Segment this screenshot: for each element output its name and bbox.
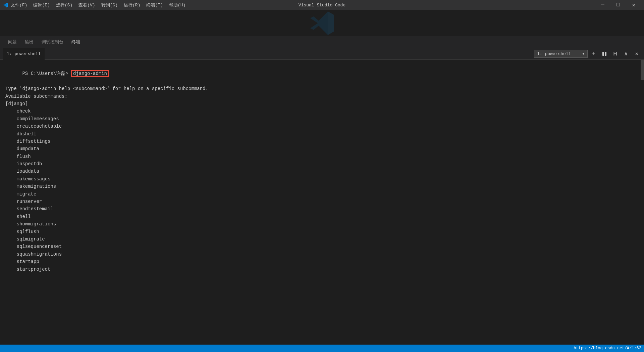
terminal-output-line-6: check bbox=[5, 107, 639, 115]
terminal-output-line-16: makemigrations bbox=[5, 183, 639, 190]
terminal-output-line-18: runserver bbox=[5, 198, 639, 205]
terminal-add-button[interactable]: + bbox=[589, 50, 598, 58]
minimize-button[interactable]: ─ bbox=[595, 0, 610, 10]
terminal-output-line-24: sqlsequencereset bbox=[5, 243, 639, 250]
terminal-output-line-19: sendtestemail bbox=[5, 205, 639, 213]
tab-output[interactable]: 输出 bbox=[21, 36, 38, 48]
terminal-delete-button[interactable] bbox=[610, 50, 620, 58]
menu-view[interactable]: 查看(V) bbox=[76, 0, 98, 10]
terminal-scrollbar-thumb[interactable] bbox=[641, 60, 644, 80]
terminal-container: 1: powershell 1: powershell ▾ + ∧ ✕ PS C… bbox=[0, 48, 644, 352]
menu-edit[interactable]: 编辑(E) bbox=[31, 0, 52, 10]
menu-goto[interactable]: 转到(G) bbox=[99, 0, 120, 10]
status-bar: https://blog.csdn.net/A/1:62 bbox=[0, 345, 644, 352]
terminal-output-line-23: sqlmigrate bbox=[5, 235, 639, 243]
terminal-output-line-15: makemessages bbox=[5, 175, 639, 183]
svg-rect-1 bbox=[605, 52, 606, 56]
terminal-split-button[interactable] bbox=[600, 50, 609, 58]
terminal-prompt-line: PS C:\Users\许磊> django-admin bbox=[5, 62, 639, 85]
terminal-output-line-25: squashmigrations bbox=[5, 251, 639, 258]
window-title: Visual Studio Code bbox=[299, 3, 345, 8]
terminal-scrollbar[interactable] bbox=[641, 60, 644, 352]
editor-area bbox=[0, 10, 644, 36]
terminal-note-line: startproject bbox=[5, 266, 639, 273]
menu-help[interactable]: 帮助(H) bbox=[166, 0, 188, 10]
close-button[interactable]: ✕ bbox=[626, 0, 641, 10]
terminal-command: django-admin bbox=[71, 70, 109, 77]
menu-terminal[interactable]: 终端(T) bbox=[144, 0, 165, 10]
terminal-output-line-20: shell bbox=[5, 213, 639, 220]
terminal-controls: 1: powershell ▾ + ∧ ✕ bbox=[534, 50, 641, 58]
window-controls: ─ □ ✕ bbox=[595, 0, 641, 10]
terminal-output-line-22: sqlflush bbox=[5, 228, 639, 235]
terminal-close-button[interactable]: ✕ bbox=[632, 50, 641, 58]
title-bar: 文件(F) 编辑(E) 选择(S) 查看(V) 转到(G) 运行(R) 终端(T… bbox=[0, 0, 644, 10]
panel-tabs: 问题 输出 调试控制台 终端 bbox=[0, 36, 644, 48]
terminal-tabs: 1: powershell bbox=[3, 48, 534, 60]
terminal-shell-dropdown[interactable]: 1: powershell ▾ bbox=[534, 50, 588, 58]
menu-run[interactable]: 运行(R) bbox=[121, 0, 143, 10]
terminal-output-line-14: loaddata bbox=[5, 168, 639, 175]
tab-problems[interactable]: 问题 bbox=[4, 36, 21, 48]
terminal-output-line-7: compilemessages bbox=[5, 115, 639, 123]
terminal-output-line-11: dumpdata bbox=[5, 145, 639, 152]
status-right: https://blog.csdn.net/A/1:62 bbox=[574, 346, 641, 351]
menu-file[interactable]: 文件(F) bbox=[8, 0, 30, 10]
terminal-output-line-8: createcachetable bbox=[5, 123, 639, 130]
maximize-button[interactable]: □ bbox=[610, 0, 626, 10]
terminal-output-line-13: inspectdb bbox=[5, 160, 639, 168]
terminal-output-line-10: diffsettings bbox=[5, 138, 639, 145]
dropdown-chevron-icon: ▾ bbox=[582, 51, 585, 56]
menu-select[interactable]: 选择(S) bbox=[53, 0, 75, 10]
terminal-output-line-9: dbshell bbox=[5, 130, 639, 138]
tab-debug-console[interactable]: 调试控制台 bbox=[38, 36, 67, 48]
terminal-output-line-12: flush bbox=[5, 153, 639, 160]
terminal-header: 1: powershell 1: powershell ▾ + ∧ ✕ bbox=[0, 48, 644, 60]
terminal-body[interactable]: PS C:\Users\许磊> django-admin Type 'djang… bbox=[0, 60, 644, 352]
terminal-output-line-26: startapp bbox=[5, 258, 639, 265]
terminal-prompt: PS C:\Users\许磊> bbox=[22, 71, 71, 76]
terminal-output-line-3: Available subcommands: bbox=[5, 93, 639, 100]
terminal-tab-powershell[interactable]: 1: powershell bbox=[3, 48, 45, 60]
terminal-output-line-17: migrate bbox=[5, 190, 639, 198]
terminal-output-line-21: showmigrations bbox=[5, 220, 639, 228]
vscode-icon bbox=[3, 2, 8, 8]
terminal-collapse-button[interactable]: ∧ bbox=[621, 50, 631, 58]
tab-terminal[interactable]: 终端 bbox=[67, 36, 84, 48]
terminal-output-line-5: [django] bbox=[5, 100, 639, 107]
svg-rect-0 bbox=[602, 52, 604, 56]
terminal-output-line-1: Type 'django-admin help <subcommand>' fo… bbox=[5, 85, 639, 92]
